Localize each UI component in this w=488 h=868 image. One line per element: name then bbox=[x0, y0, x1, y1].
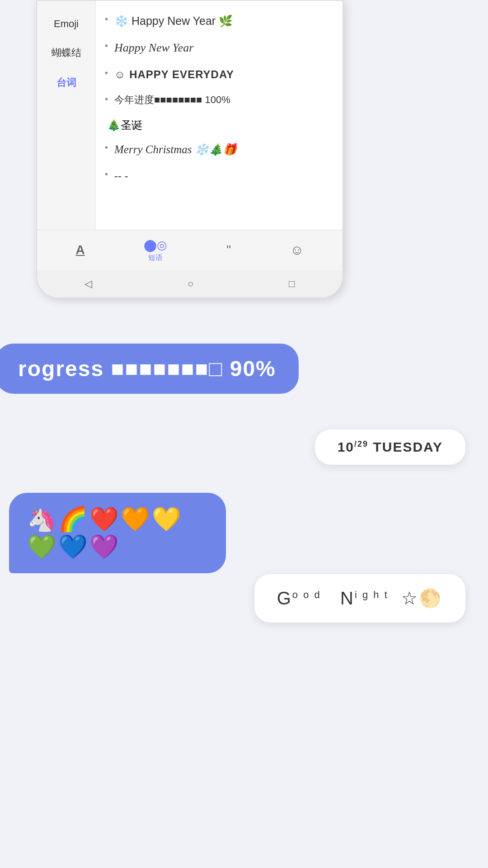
goodnight-bubble: Go o d Ni g h t ☆🌕 bbox=[254, 574, 465, 623]
toolbar-font-button[interactable]: A bbox=[69, 241, 91, 260]
back-button[interactable]: ◁ bbox=[84, 278, 92, 290]
sidebar-item-script[interactable]: 台词 bbox=[37, 68, 95, 98]
progress-bubble: rogress ■■■■■■■□ 90% bbox=[0, 344, 299, 394]
list-item: ❄️ Happy New Year 🌿 bbox=[105, 8, 333, 34]
list-item: -- - bbox=[105, 163, 333, 189]
phrase-icon: ⬤◎ bbox=[144, 238, 167, 252]
date-number: 10 bbox=[338, 439, 354, 454]
content-list: ❄️ Happy New Year 🌿 Happy New Year ☺ HAP… bbox=[105, 8, 333, 113]
christmas-list: Merry Christmas ❄️🎄🎁 -- - bbox=[105, 136, 333, 189]
item-text-new-year-cursive: Happy New Year bbox=[114, 40, 193, 56]
item-text-progress: 今年进度■■■■■■■■ 100% bbox=[114, 93, 230, 107]
toolbar-emoji-button[interactable]: ☺ bbox=[283, 240, 311, 261]
emoji-bubble: 🦄🌈❤️🧡💛💚💙💜 bbox=[9, 493, 226, 573]
sidebar-item-emoji[interactable]: Emoji bbox=[37, 10, 95, 38]
date-badge: 10/29 TUESDAY bbox=[315, 429, 465, 465]
day-label: TUESDAY bbox=[368, 439, 443, 454]
progress-text: rogress ■■■■■■■□ 90% bbox=[18, 357, 276, 381]
phrase-label: 短语 bbox=[148, 253, 163, 263]
quote-icon: " bbox=[226, 243, 231, 257]
list-item: Happy New Year bbox=[105, 34, 333, 61]
list-item: ☺ HAPPY EVERYDAY bbox=[105, 61, 333, 88]
section-header-christmas: 🎄圣诞 bbox=[105, 113, 333, 136]
item-text-happy-everyday: ☺ HAPPY EVERYDAY bbox=[114, 67, 234, 82]
date-sup: /29 bbox=[354, 439, 368, 448]
home-button[interactable]: ○ bbox=[188, 278, 193, 290]
emoji-icon: ☺ bbox=[290, 242, 304, 258]
item-text-partial: -- - bbox=[114, 168, 128, 184]
date-text: 10/29 TUESDAY bbox=[338, 439, 443, 454]
list-item: Merry Christmas ❄️🎄🎁 bbox=[105, 136, 333, 163]
goodnight-text: Go o d Ni g h t ☆🌕 bbox=[277, 588, 443, 608]
phone-navbar: ◁ ○ □ bbox=[37, 270, 343, 297]
item-text-new-year-emoji: ❄️ Happy New Year 🌿 bbox=[114, 13, 233, 29]
lower-section: rogress ■■■■■■■□ 90% 10/29 TUESDAY 🦄🌈❤️🧡… bbox=[0, 316, 488, 868]
phone-toolbar: A ⬤◎ 短语 " ☺ bbox=[37, 230, 343, 270]
emoji-string: 🦄🌈❤️🧡💛💚💙💜 bbox=[27, 506, 183, 560]
recent-button[interactable]: □ bbox=[289, 278, 295, 290]
toolbar-quote-button[interactable]: " bbox=[220, 241, 238, 260]
item-text-merry-christmas: Merry Christmas ❄️🎄🎁 bbox=[114, 142, 237, 157]
font-icon: A bbox=[75, 243, 84, 257]
toolbar-phrase-button[interactable]: ⬤◎ 短语 bbox=[137, 236, 174, 265]
sidebar-item-bowtie[interactable]: 蝴蝶结 bbox=[37, 38, 95, 68]
list-item: 今年进度■■■■■■■■ 100% bbox=[105, 88, 333, 113]
phone-mockup: Emoji 蝴蝶结 台词 ❄️ Happy New Year 🌿 bbox=[36, 0, 343, 298]
